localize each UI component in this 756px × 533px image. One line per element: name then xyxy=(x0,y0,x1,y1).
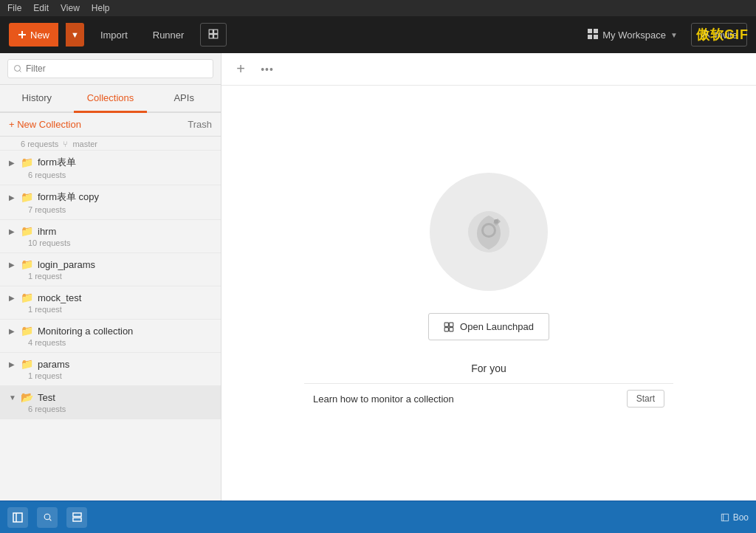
collection-meta: 6 requests xyxy=(28,171,212,179)
postman-mascot-icon xyxy=(459,202,518,261)
add-tab-button[interactable]: + xyxy=(230,59,251,80)
list-item[interactable]: ▶ 📁 mock_test 1 request xyxy=(0,286,221,320)
arrow-right-icon: ▶ xyxy=(9,327,16,335)
list-item[interactable]: ▶ 📁 form表单 copy 7 requests xyxy=(0,185,221,220)
arrow-right-icon: ▶ xyxy=(9,360,16,368)
collection-list: 6 requests ⑂ master ▶ 📁 form表单 6 request… xyxy=(0,137,221,501)
folder-open-icon: 📂 xyxy=(21,391,33,403)
folder-icon: 📁 xyxy=(21,325,33,337)
list-item[interactable]: ▶ 📁 login_params 1 request xyxy=(0,253,221,286)
svg-rect-6 xyxy=(588,35,592,39)
for-you-item: Learn how to monitor a collection Start xyxy=(304,383,673,413)
requests-count-top: 6 requests xyxy=(21,140,58,148)
collection-name: Monitoring a collection xyxy=(38,326,133,337)
collection-name: login_params xyxy=(38,259,95,270)
postman-logo xyxy=(430,173,548,291)
tab-apis[interactable]: APIs xyxy=(147,85,221,113)
menu-edit[interactable]: Edit xyxy=(33,3,49,13)
collection-meta: 1 request xyxy=(28,272,212,281)
for-you-item-text: Learn how to monitor a collection xyxy=(313,393,454,405)
list-item[interactable]: ▶ 📁 Monitoring a collection 4 requests xyxy=(0,320,221,353)
menu-file[interactable]: File xyxy=(7,3,21,13)
new-dropdown-button[interactable]: ▼ xyxy=(66,23,84,47)
workspace-button[interactable]: My Workspace ▼ xyxy=(580,24,685,46)
collection-meta: 10 requests xyxy=(28,238,212,247)
sidebar-search-container xyxy=(0,53,221,85)
svg-rect-15 xyxy=(444,327,448,331)
bottom-right: Boo xyxy=(720,512,749,523)
layout-toggle-icon xyxy=(72,512,82,522)
book-button[interactable]: Boo xyxy=(720,512,749,523)
launchpad-icon xyxy=(444,322,454,332)
runner-button[interactable]: Runner xyxy=(144,23,193,47)
svg-line-20 xyxy=(49,519,51,520)
collection-header: ▼ 📂 Test xyxy=(9,391,212,403)
list-item[interactable]: ▶ 📁 params 1 request xyxy=(0,353,221,386)
collection-meta: 1 request xyxy=(28,371,212,380)
collection-name: mock_test xyxy=(38,292,81,303)
svg-rect-2 xyxy=(210,34,213,38)
svg-rect-0 xyxy=(210,30,213,33)
main-layout: History Collections APIs + New Collectio… xyxy=(0,53,756,501)
arrow-right-icon: ▶ xyxy=(9,227,16,235)
svg-point-11 xyxy=(484,225,494,235)
collection-header: ▶ 📁 params xyxy=(9,358,212,370)
new-button-label: New xyxy=(30,30,49,41)
header-right: My Workspace ▼ Invite 傲软GIF xyxy=(580,23,747,47)
svg-rect-7 xyxy=(594,35,598,39)
arrow-right-icon: ▶ xyxy=(9,261,16,269)
trash-button[interactable]: Trash xyxy=(188,119,212,130)
svg-rect-1 xyxy=(214,30,218,33)
collection-header: ▶ 📁 mock_test xyxy=(9,292,212,303)
arrow-right-icon: ▶ xyxy=(9,294,16,302)
book-label: Boo xyxy=(733,512,749,523)
brand-text: 傲软GIF xyxy=(696,27,749,42)
collection-meta: 4 requests xyxy=(28,338,212,347)
tab-collections[interactable]: Collections xyxy=(74,85,148,113)
search-input[interactable] xyxy=(7,59,213,78)
folder-icon: 📁 xyxy=(21,258,33,270)
more-options-button[interactable]: ••• xyxy=(257,59,278,80)
branch-icon: ⑂ xyxy=(63,140,68,148)
collection-header: ▶ 📁 form表单 copy xyxy=(9,190,212,204)
start-button[interactable]: Start xyxy=(627,390,664,408)
svg-rect-4 xyxy=(588,29,592,33)
sidebar-toggle-icon[interactable] xyxy=(7,507,28,528)
collection-name: form表单 copy xyxy=(38,190,99,204)
svg-rect-21 xyxy=(72,513,80,517)
collection-header: ▶ 📁 form表单 xyxy=(9,156,212,169)
list-item[interactable]: ▶ 📁 ihrm 10 requests xyxy=(0,220,221,253)
list-item[interactable]: ▼ 📂 Test 6 requests xyxy=(0,386,221,419)
new-button[interactable]: New xyxy=(9,23,58,47)
folder-icon: 📁 xyxy=(21,157,33,168)
content-toolbar: + ••• xyxy=(221,53,756,86)
arrow-right-icon: ▶ xyxy=(9,193,16,202)
menu-help[interactable]: Help xyxy=(92,3,110,13)
svg-rect-13 xyxy=(444,323,448,326)
svg-point-19 xyxy=(44,514,50,520)
book-icon xyxy=(720,512,730,523)
sync-button[interactable] xyxy=(200,23,227,47)
import-button[interactable]: Import xyxy=(92,23,137,47)
collection-header: ▶ 📁 login_params xyxy=(9,258,212,270)
arrow-down-icon: ▼ xyxy=(9,393,16,402)
svg-rect-3 xyxy=(214,34,218,38)
list-item[interactable]: ▶ 📁 form表单 6 requests xyxy=(0,151,221,185)
collection-header: ▶ 📁 ihrm xyxy=(9,225,212,237)
collection-name: form表单 xyxy=(38,156,76,169)
tab-history[interactable]: History xyxy=(0,85,74,113)
open-launchpad-button[interactable]: Open Launchpad xyxy=(428,313,549,340)
branch-name: master xyxy=(72,140,97,148)
open-launchpad-label: Open Launchpad xyxy=(460,321,534,332)
sidebar: History Collections APIs + New Collectio… xyxy=(0,53,221,501)
workspace-chevron-icon: ▼ xyxy=(670,31,678,39)
search-toggle-icon[interactable] xyxy=(37,507,58,528)
collection-meta: 1 request xyxy=(28,305,212,314)
sidebar-tabs: History Collections APIs xyxy=(0,85,221,113)
new-collection-button[interactable]: + New Collection xyxy=(9,119,81,130)
svg-rect-14 xyxy=(450,323,453,326)
layout-icon[interactable] xyxy=(66,507,87,528)
menu-view[interactable]: View xyxy=(61,3,80,13)
workspace-name: My Workspace xyxy=(602,30,666,41)
folder-icon: 📁 xyxy=(21,358,33,370)
